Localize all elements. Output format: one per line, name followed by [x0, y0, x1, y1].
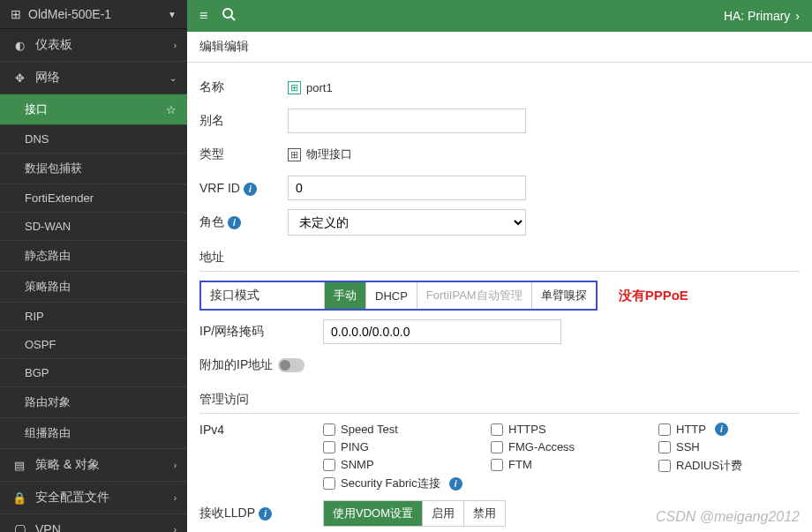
chevron-right-icon: › — [795, 9, 800, 23]
search-icon[interactable] — [222, 7, 236, 25]
chevron-right-icon: › — [174, 525, 177, 533]
device-name: OldMei-500E-1 — [28, 7, 168, 21]
addip-toggle[interactable] — [278, 358, 304, 372]
form-content: 名称 ⊞port1 别名 类型 ⊞物理接口 VRF IDi 角色i 未定义的 地… — [187, 63, 812, 532]
cb-http[interactable]: HTTPi — [658, 423, 800, 436]
chevron-down-icon: ⌄ — [169, 73, 177, 83]
chevron-right-icon: › — [174, 41, 177, 50]
info-icon: i — [449, 477, 462, 491]
star-icon: ☆ — [166, 103, 177, 116]
rx-lldp-group: 使用VDOM设置 启用 禁用 — [323, 500, 506, 527]
vpn-icon: 🖵 — [11, 523, 28, 533]
interface-mode-group: 接口模式 手动 DHCP FortiIPAM自动管理 单臂嗅探 — [199, 281, 598, 311]
alias-input[interactable] — [288, 109, 526, 133]
role-label: 角色i — [199, 214, 288, 230]
brand-header[interactable]: ⊞ OldMei-500E-1 ▼ — [0, 0, 187, 29]
topbar: ≡ HA: Primary › — [187, 0, 812, 32]
ipv4-label: IPv4 — [199, 423, 323, 437]
sidebar-sub-fortiextender[interactable]: FortiExtender — [0, 184, 187, 213]
ipv4-checkbox-grid: Speed Test PING SNMP Security Fabric连接i … — [323, 423, 800, 491]
port-icon: ⊞ — [288, 81, 301, 94]
sidebar-sub-sdwan[interactable]: SD-WAN — [0, 213, 187, 241]
breadcrumb: 编辑编辑 — [187, 32, 812, 63]
ipmask-input[interactable] — [323, 319, 561, 344]
addip-label: 附加的IP地址 — [199, 357, 273, 373]
mode-label: 接口模式 — [201, 282, 325, 309]
sidebar-item-vpn[interactable]: 🖵 VPN › — [0, 514, 187, 532]
device-icon: ⊞ — [11, 7, 21, 21]
mode-onearm[interactable]: 单臂嗅探 — [532, 282, 596, 309]
sidebar-sub-multicast[interactable]: 组播路由 — [0, 418, 187, 449]
name-value: port1 — [306, 81, 333, 94]
ha-status[interactable]: HA: Primary › — [724, 9, 800, 23]
physical-icon: ⊞ — [288, 148, 301, 161]
sidebar-sub-dns[interactable]: DNS — [0, 125, 187, 154]
sidebar-sub-policy-route[interactable]: 策略路由 — [0, 272, 187, 303]
sidebar-item-security[interactable]: 🔒 安全配置文件 › — [0, 482, 187, 514]
vrf-input[interactable] — [288, 176, 526, 200]
svg-point-0 — [223, 9, 232, 18]
cb-speedtest[interactable]: Speed Test — [323, 423, 482, 436]
vrf-label: VRF IDi — [199, 181, 288, 196]
sidebar-sub-rip[interactable]: RIP — [0, 303, 187, 331]
rx-lldp-label: 接收LLDPi — [199, 506, 323, 521]
mode-fortiipam[interactable]: FortiIPAM自动管理 — [417, 282, 532, 309]
sidebar-sub-packet[interactable]: 数据包捕获 — [0, 154, 187, 184]
ipmask-label: IP/网络掩码 — [199, 324, 323, 340]
sidebar: ⊞ OldMei-500E-1 ▼ ◐ 仪表板 › ✥ 网络 ⌄ 接口 ☆ DN… — [0, 0, 187, 532]
section-mgmt: 管理访问 — [199, 386, 800, 414]
main-panel: ≡ HA: Primary › 编辑编辑 名称 ⊞port1 别名 类型 ⊞物理… — [187, 0, 812, 532]
rx-lldp-enable[interactable]: 启用 — [423, 501, 464, 526]
info-icon[interactable]: i — [244, 183, 257, 196]
menu-icon[interactable]: ≡ — [199, 8, 207, 24]
chevron-down-icon: ▼ — [168, 10, 177, 19]
section-address: 地址 — [199, 244, 800, 272]
policy-icon: ▤ — [11, 459, 28, 472]
sidebar-sub-route-obj[interactable]: 路由对象 — [0, 387, 187, 418]
role-select[interactable]: 未定义的 — [288, 209, 526, 236]
name-label: 名称 — [199, 79, 288, 95]
sidebar-item-network[interactable]: ✥ 网络 ⌄ — [0, 62, 187, 94]
mode-manual[interactable]: 手动 — [325, 282, 366, 309]
alias-label: 别名 — [199, 113, 288, 129]
cb-secfabric[interactable]: Security Fabric连接i — [323, 476, 482, 491]
sidebar-sub-bgp[interactable]: BGP — [0, 359, 187, 387]
info-icon[interactable]: i — [228, 216, 241, 229]
rx-lldp-vdom[interactable]: 使用VDOM设置 — [324, 501, 423, 526]
lock-icon: 🔒 — [11, 491, 28, 505]
cb-snmp[interactable]: SNMP — [323, 458, 482, 471]
cb-ping[interactable]: PING — [323, 440, 482, 453]
dashboard-icon: ◐ — [11, 39, 28, 52]
chevron-right-icon: › — [174, 461, 177, 470]
cb-https[interactable]: HTTPS — [491, 423, 650, 436]
cb-fmg[interactable]: FMG-Access — [491, 440, 650, 453]
sidebar-item-policy[interactable]: ▤ 策略 & 对象 › — [0, 449, 187, 482]
mode-dhcp[interactable]: DHCP — [366, 282, 417, 309]
cb-radius[interactable]: RADIUS计费 — [658, 458, 800, 474]
info-icon: i — [715, 423, 728, 436]
type-label: 类型 — [199, 146, 288, 162]
rx-lldp-disable[interactable]: 禁用 — [464, 501, 505, 526]
network-icon: ✥ — [11, 71, 28, 85]
chevron-right-icon: › — [174, 493, 177, 503]
svg-line-1 — [231, 17, 235, 20]
sidebar-sub-ospf[interactable]: OSPF — [0, 331, 187, 359]
type-value: 物理接口 — [306, 146, 352, 162]
annotation-no-pppoe: 没有PPPoE — [619, 288, 688, 304]
sidebar-item-dashboard[interactable]: ◐ 仪表板 › — [0, 29, 187, 62]
sidebar-sub-static-route[interactable]: 静态路由 — [0, 241, 187, 272]
sidebar-sub-interface[interactable]: 接口 ☆ — [0, 94, 187, 125]
cb-ssh[interactable]: SSH — [658, 440, 800, 453]
cb-ftm[interactable]: FTM — [491, 458, 650, 471]
info-icon[interactable]: i — [259, 507, 272, 521]
